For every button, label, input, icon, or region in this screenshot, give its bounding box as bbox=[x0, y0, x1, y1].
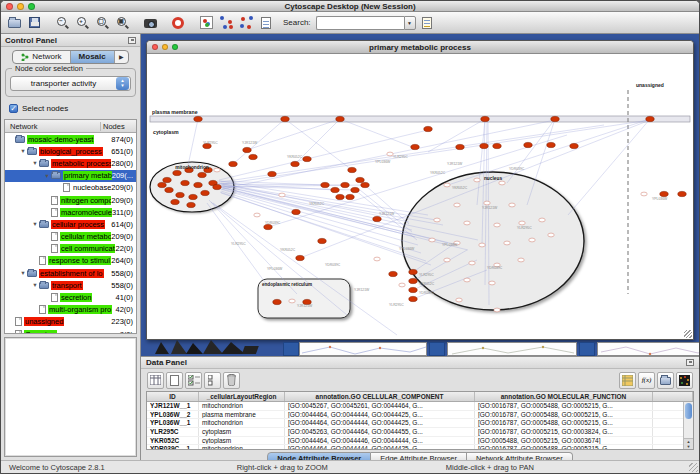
table-cell[interactable]: [GO:0016787, GO:0005215, GO:0003824, G..… bbox=[475, 428, 653, 436]
delete-attribute-icon[interactable] bbox=[223, 372, 240, 389]
network-node[interactable] bbox=[289, 299, 295, 303]
table-column-header[interactable]: annotation.GO MOLECULAR_FUNCTION bbox=[475, 392, 653, 401]
save-session-icon[interactable] bbox=[25, 14, 43, 32]
zoom-fit-icon[interactable]: ▢ bbox=[93, 14, 111, 32]
network-node[interactable] bbox=[411, 144, 419, 149]
table-cell[interactable]: [GO:0016787, GO:0005488, GO:0005215, G..… bbox=[475, 445, 653, 450]
table-row[interactable]: YPL036W__1mitochondrion[GO:0044464, GO:0… bbox=[147, 419, 693, 428]
tree-row[interactable]: unassigned223(0) bbox=[5, 316, 136, 328]
network-node[interactable] bbox=[318, 238, 326, 243]
frame-titlebar[interactable]: primary metabolic process bbox=[147, 41, 693, 54]
network-node[interactable] bbox=[474, 178, 480, 182]
network-node[interactable] bbox=[336, 194, 344, 199]
table-cell[interactable]: [GO:0044464, GO:0044444, GO:0044425, G..… bbox=[285, 419, 475, 427]
table-cell[interactable]: [GO:0045267, GO:0045261, GO:0044464, G..… bbox=[285, 402, 475, 410]
table-cell[interactable]: mitochondrion bbox=[199, 402, 285, 410]
tree-row[interactable]: macromolecule311(0) bbox=[5, 206, 136, 218]
network-node[interactable] bbox=[456, 144, 464, 149]
network-node[interactable] bbox=[229, 161, 237, 166]
network-node[interactable] bbox=[678, 191, 686, 196]
network-node[interactable] bbox=[509, 203, 515, 207]
zoom-in-icon[interactable]: + bbox=[73, 14, 91, 32]
table-cell[interactable]: [GO:0044464, GO:0044444, GO:0044425, G..… bbox=[285, 411, 475, 419]
tree-row[interactable]: secretion41(0) bbox=[5, 291, 136, 303]
layout-network-icon[interactable] bbox=[217, 14, 235, 32]
network-node[interactable] bbox=[296, 255, 304, 260]
network-node[interactable] bbox=[176, 192, 184, 197]
help-lifering-icon[interactable] bbox=[169, 14, 187, 32]
network-node[interactable] bbox=[389, 271, 397, 276]
table-cell[interactable]: [GO:0044464, GO:0044444, GO:0044425, G..… bbox=[285, 445, 475, 450]
expand-arrow-icon[interactable]: ▼ bbox=[31, 160, 39, 166]
network-node[interactable] bbox=[409, 296, 417, 301]
network-node[interactable] bbox=[254, 213, 260, 217]
matrix-icon[interactable] bbox=[676, 372, 693, 389]
network-node[interactable] bbox=[321, 182, 329, 187]
table-row[interactable]: YKR052Ccytoplasm[GO:0044464, GO:0044446,… bbox=[147, 437, 693, 446]
network-node[interactable] bbox=[346, 194, 354, 199]
network-node[interactable] bbox=[173, 170, 181, 175]
minimized-network-window[interactable] bbox=[447, 342, 577, 356]
network-node[interactable] bbox=[641, 192, 647, 196]
network-node[interactable] bbox=[189, 194, 197, 199]
float-panel-icon[interactable] bbox=[128, 37, 136, 44]
tree-row[interactable]: nitrogen compo209(0) bbox=[5, 194, 136, 206]
network-node[interactable] bbox=[341, 182, 349, 187]
network-node[interactable] bbox=[547, 142, 555, 147]
table-cell[interactable]: cytoplasm bbox=[199, 428, 285, 436]
import-attributes-icon[interactable] bbox=[657, 372, 674, 389]
tab-mosaic[interactable]: Mosaic bbox=[71, 51, 115, 63]
network-node[interactable] bbox=[165, 187, 173, 192]
network-node[interactable] bbox=[373, 216, 381, 221]
table-cell[interactable]: YDR039C__1 bbox=[147, 445, 199, 450]
color-attribute-select[interactable]: transporter activity ▲▼ bbox=[10, 76, 131, 91]
network-node[interactable] bbox=[480, 143, 488, 148]
network-node[interactable] bbox=[268, 171, 276, 176]
network-node[interactable] bbox=[454, 203, 460, 207]
network-node[interactable] bbox=[429, 238, 435, 242]
network-node[interactable] bbox=[444, 258, 450, 262]
network-node[interactable] bbox=[518, 258, 524, 262]
table-cell[interactable]: YLR295C bbox=[147, 428, 199, 436]
scrollbar-thumb[interactable] bbox=[685, 403, 692, 419]
vizmapper-icon[interactable] bbox=[197, 14, 215, 32]
layout-network-alt-icon[interactable] bbox=[237, 14, 255, 32]
table-column-header[interactable]: _cellularLayoutRegion bbox=[199, 392, 285, 401]
network-node[interactable] bbox=[249, 154, 257, 159]
table-column-header[interactable]: annotation.GO CELLULAR_COMPONENT bbox=[285, 392, 475, 401]
tree-row[interactable]: nucleobase-209(0) bbox=[5, 182, 136, 194]
table-cell[interactable]: YJR121W__1 bbox=[147, 402, 199, 410]
network-node[interactable] bbox=[464, 221, 470, 225]
network-node[interactable] bbox=[548, 233, 554, 237]
table-cell[interactable]: [GO:0016787, GO:0005488, GO:0005215, G..… bbox=[475, 402, 653, 410]
network-node[interactable] bbox=[361, 182, 369, 187]
network-node[interactable] bbox=[499, 181, 505, 185]
tree-row[interactable]: ▼primary metabo209(... bbox=[5, 170, 136, 182]
network-node[interactable] bbox=[529, 238, 535, 242]
table-row[interactable]: YJR121W__1mitochondrion[GO:0045267, GO:0… bbox=[147, 402, 693, 411]
network-node[interactable] bbox=[469, 261, 475, 265]
table-cell[interactable]: [GO:0016787, GO:0005488, GO:0005215, G..… bbox=[475, 411, 653, 419]
network-node[interactable] bbox=[291, 161, 299, 166]
network-node[interactable] bbox=[456, 298, 462, 302]
tab-overflow-arrow-icon[interactable]: ▶ bbox=[115, 51, 128, 63]
search-input[interactable] bbox=[316, 16, 404, 30]
window-resize-grip[interactable] bbox=[689, 463, 698, 472]
network-node[interactable] bbox=[489, 281, 495, 285]
network-node[interactable] bbox=[163, 177, 171, 182]
create-attribute-icon[interactable] bbox=[166, 372, 183, 389]
network-node[interactable] bbox=[539, 218, 545, 222]
network-node[interactable] bbox=[201, 190, 209, 195]
network-node[interactable] bbox=[243, 147, 251, 152]
network-node[interactable] bbox=[158, 182, 166, 187]
minimized-network-window[interactable] bbox=[597, 342, 699, 356]
network-node[interactable] bbox=[494, 308, 500, 312]
select-attributes-icon[interactable] bbox=[185, 372, 202, 389]
attribute-list-icon[interactable] bbox=[619, 372, 636, 389]
tree-row[interactable]: response to stimul264(0) bbox=[5, 255, 136, 267]
network-node[interactable] bbox=[399, 283, 405, 287]
table-column-header[interactable]: ID bbox=[147, 392, 199, 401]
table-cell[interactable]: plasma membrane bbox=[199, 411, 285, 419]
tree-col-network[interactable]: Network bbox=[5, 122, 100, 131]
float-panel-icon[interactable] bbox=[686, 359, 694, 366]
